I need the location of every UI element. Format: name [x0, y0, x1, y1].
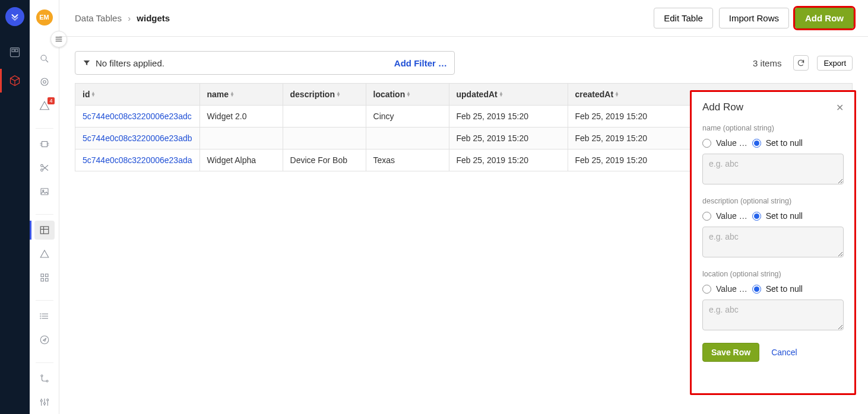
- filter-icon: [83, 59, 91, 67]
- name-input[interactable]: [702, 154, 844, 184]
- list-icon[interactable]: [30, 304, 59, 328]
- svg-rect-24: [41, 274, 44, 277]
- svg-line-17: [43, 166, 48, 171]
- add-row-panel: Add Row ✕ name (optional string) Value ……: [690, 90, 856, 395]
- nav-cube-icon[interactable]: [0, 66, 30, 95]
- cell-description: [283, 106, 366, 128]
- search-icon[interactable]: [30, 47, 59, 71]
- svg-rect-25: [45, 274, 48, 277]
- svg-point-31: [40, 314, 41, 315]
- radio-null-label: Set to null: [766, 284, 803, 294]
- filter-status-text: No filters applied.: [96, 58, 164, 68]
- col-name[interactable]: name: [199, 84, 283, 106]
- cell-id[interactable]: 5c744e0c08c3220006e23ada: [75, 149, 200, 171]
- grid-icon[interactable]: [30, 266, 59, 289]
- secondary-nav: EM 4: [30, 0, 59, 414]
- svg-point-9: [43, 81, 46, 84]
- edit-table-button[interactable]: Edit Table: [654, 8, 713, 28]
- sort-icon: [407, 92, 410, 97]
- cell-updatedAt: Feb 25, 2019 15:20: [449, 128, 568, 149]
- field-label: name (optional string): [702, 124, 844, 132]
- radio-null[interactable]: [752, 212, 761, 221]
- radio-value-label: Value …: [716, 211, 747, 221]
- svg-point-32: [40, 316, 41, 317]
- svg-point-8: [41, 78, 48, 85]
- sort-icon: [92, 92, 94, 97]
- filter-row: No filters applied. Add Filter … 3 items…: [75, 51, 853, 75]
- radio-null-label: Set to null: [766, 211, 803, 221]
- add-filter-button[interactable]: Add Filter …: [394, 58, 447, 68]
- svg-point-36: [46, 380, 48, 382]
- col-location[interactable]: location: [366, 84, 449, 106]
- alerts-badge: 4: [47, 97, 54, 104]
- primary-nav: [0, 0, 30, 414]
- description-input[interactable]: [702, 227, 844, 257]
- field-label: description (optional string): [702, 197, 844, 205]
- radio-value[interactable]: [702, 285, 711, 294]
- svg-line-7: [46, 60, 48, 62]
- scissors-icon[interactable]: [30, 156, 59, 180]
- close-icon[interactable]: ✕: [836, 102, 844, 113]
- cell-name: [199, 128, 283, 149]
- triangle-icon[interactable]: [30, 242, 59, 266]
- svg-point-40: [40, 400, 42, 402]
- cell-location: Cincy: [366, 106, 449, 128]
- compass-icon[interactable]: [30, 328, 59, 352]
- field-description: description (optional string) Value … Se…: [702, 197, 844, 259]
- breadcrumb-separator: ›: [128, 13, 131, 23]
- cell-id[interactable]: 5c744e0c08c3220006e23adb: [75, 128, 200, 149]
- breadcrumb: Data Tables › widgets: [75, 13, 170, 23]
- target-icon[interactable]: [30, 71, 59, 94]
- add-row-button[interactable]: Add Row: [795, 8, 854, 28]
- radio-null-label: Set to null: [766, 138, 803, 148]
- main-region: Data Tables › widgets Edit Table Import …: [59, 0, 868, 414]
- cell-name: Widget 2.0: [199, 106, 283, 128]
- save-row-button[interactable]: Save Row: [702, 343, 759, 362]
- export-button[interactable]: Export: [817, 56, 853, 71]
- image-icon[interactable]: [30, 180, 59, 203]
- svg-rect-27: [45, 279, 48, 282]
- panel-title: Add Row: [702, 101, 743, 113]
- chip-icon[interactable]: [30, 132, 59, 156]
- sliders-icon[interactable]: [30, 390, 59, 414]
- import-rows-button[interactable]: Import Rows: [719, 8, 789, 28]
- svg-point-41: [43, 403, 45, 405]
- radio-value[interactable]: [702, 139, 711, 148]
- radio-value-label: Value …: [716, 138, 747, 148]
- field-name: name (optional string) Value … Set to nu…: [702, 124, 844, 186]
- svg-rect-26: [41, 279, 44, 282]
- col-description[interactable]: description: [283, 84, 366, 106]
- cancel-button[interactable]: Cancel: [771, 348, 797, 357]
- svg-rect-21: [40, 227, 49, 234]
- svg-rect-1: [12, 49, 14, 52]
- svg-rect-19: [41, 189, 48, 195]
- col-updatedAt[interactable]: updatedAt: [449, 84, 568, 106]
- sort-icon: [337, 92, 340, 97]
- app-logo[interactable]: [5, 7, 24, 26]
- svg-rect-10: [42, 142, 47, 147]
- cell-description: Device For Bob: [283, 149, 366, 171]
- svg-rect-2: [15, 49, 18, 52]
- nav-dashboard-icon[interactable]: [0, 38, 30, 66]
- location-input[interactable]: [702, 300, 844, 330]
- sort-icon: [616, 92, 618, 97]
- cell-location: [366, 128, 449, 149]
- svg-point-6: [41, 55, 46, 60]
- flow-icon[interactable]: [30, 367, 59, 390]
- breadcrumb-root[interactable]: Data Tables: [75, 13, 122, 23]
- separator: [36, 214, 53, 215]
- col-id[interactable]: id: [75, 84, 200, 106]
- svg-point-42: [46, 399, 48, 401]
- refresh-button[interactable]: [793, 55, 809, 71]
- radio-null[interactable]: [752, 139, 761, 148]
- avatar[interactable]: EM: [36, 9, 53, 26]
- cell-description: [283, 128, 366, 149]
- alerts-icon[interactable]: 4: [30, 94, 59, 117]
- nav-data-tables-icon[interactable]: [34, 221, 55, 240]
- cell-id[interactable]: 5c744e0c08c3220006e23adc: [75, 106, 200, 128]
- separator: [36, 128, 53, 129]
- radio-value[interactable]: [702, 212, 711, 221]
- radio-null[interactable]: [752, 285, 761, 294]
- separator: [36, 300, 53, 301]
- field-location: location (optional string) Value … Set t…: [702, 270, 844, 332]
